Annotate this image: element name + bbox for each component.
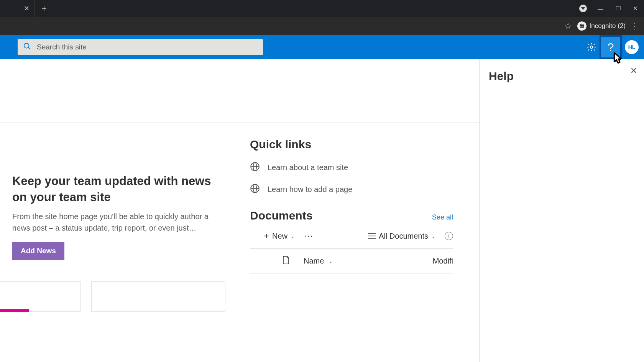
see-all-link[interactable]: See all [432, 213, 453, 221]
more-actions-button[interactable]: ··· [304, 231, 313, 241]
news-description: From the site home page you'll be able t… [12, 211, 227, 234]
column-header-name[interactable]: Name ⌄ [304, 257, 333, 265]
browser-tab[interactable]: ✕ [0, 0, 34, 17]
plus-icon: + [264, 231, 269, 241]
quick-link-label: Learn about a team site [268, 163, 348, 172]
search-placeholder: Search this site [37, 43, 87, 51]
quick-link-item[interactable]: Learn how to add a page [250, 183, 453, 195]
browser-toolbar: ☆ Incognito (2) ⋮ [0, 17, 644, 35]
documents-heading: Documents [250, 209, 312, 222]
news-card[interactable] [0, 281, 80, 312]
incognito-label: Incognito (2) [590, 22, 626, 30]
close-icon[interactable]: ✕ [630, 66, 637, 76]
chevron-down-icon: ⌄ [431, 233, 435, 239]
browser-account-icon[interactable] [579, 5, 587, 12]
bookmark-star-icon[interactable]: ☆ [564, 21, 572, 31]
info-button[interactable]: i [445, 232, 453, 240]
quick-links-heading: Quick links [250, 138, 453, 151]
view-label: All Documents [379, 232, 428, 241]
view-selector[interactable]: All Documents ⌄ [368, 232, 435, 241]
svg-point-0 [580, 26, 582, 28]
incognito-badge[interactable]: Incognito (2) [577, 21, 626, 31]
quick-link-item[interactable]: Learn about a team site [250, 162, 453, 174]
help-panel: ✕ Help [479, 59, 644, 362]
globe-icon [250, 162, 260, 174]
news-heading: Keep your team updated with news on your… [12, 173, 227, 205]
chevron-down-icon: ⌄ [329, 258, 333, 264]
window-minimize-icon[interactable]: — [591, 5, 610, 12]
add-news-button[interactable]: Add News [12, 242, 64, 260]
chevron-down-icon: ⌄ [291, 233, 295, 239]
file-icon [282, 256, 290, 267]
search-icon [23, 42, 31, 52]
incognito-icon [577, 21, 586, 31]
svg-point-1 [582, 26, 583, 28]
help-button[interactable]: ? [600, 35, 622, 59]
new-document-button[interactable]: + New ⌄ [264, 231, 295, 241]
svg-point-4 [590, 46, 593, 49]
settings-button[interactable] [583, 39, 600, 55]
account-avatar[interactable]: HL [625, 40, 639, 54]
browser-menu-icon[interactable]: ⋮ [631, 21, 639, 31]
globe-icon [250, 183, 260, 195]
svg-line-3 [28, 48, 30, 49]
window-close-icon[interactable]: ✕ [627, 5, 644, 12]
suite-header: Search this site ? HL [0, 35, 644, 59]
help-panel-title: Help [489, 70, 635, 83]
close-tab-icon[interactable]: ✕ [24, 4, 30, 13]
column-header-modified[interactable]: Modifi [433, 257, 453, 265]
news-card[interactable] [91, 281, 225, 312]
nav-region [0, 101, 479, 123]
new-label: New [272, 232, 288, 241]
site-header-region [0, 59, 479, 101]
search-input[interactable]: Search this site [18, 39, 263, 55]
window-maximize-icon[interactable]: ❐ [610, 5, 627, 12]
avatar-initials: HL [628, 44, 636, 50]
documents-header-row: Name ⌄ Modifi [250, 248, 453, 274]
svg-point-2 [24, 43, 29, 48]
quick-link-label: Learn how to add a page [268, 185, 352, 194]
browser-tab-strip: ✕ + — ❐ ✕ [0, 0, 644, 17]
new-tab-button[interactable]: + [34, 3, 54, 14]
